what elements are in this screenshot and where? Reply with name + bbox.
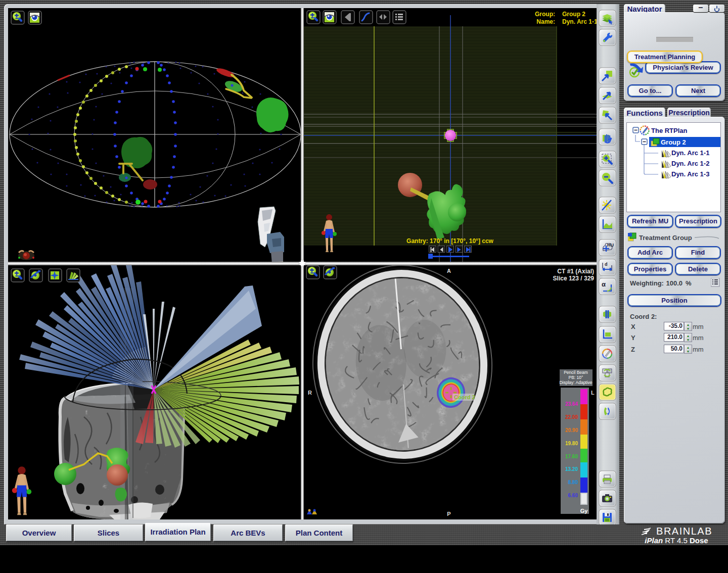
svg-text:17.60: 17.60 bbox=[565, 454, 578, 459]
svg-text:Coord 2: Coord 2 bbox=[454, 394, 475, 400]
svg-text:Group 2: Group 2 bbox=[562, 11, 585, 18]
svg-text:The RTPlan: The RTPlan bbox=[651, 127, 688, 134]
svg-text:PB: 10°: PB: 10° bbox=[569, 375, 583, 380]
svg-text:Treatment Group: Treatment Group bbox=[639, 234, 692, 242]
svg-text:6.60: 6.60 bbox=[568, 493, 578, 498]
svg-text:Gy: Gy bbox=[580, 508, 588, 514]
svg-text:Dyn. Arc 1-2: Dyn. Arc 1-2 bbox=[671, 160, 709, 167]
svg-text:Dyn. Arc 1-1: Dyn. Arc 1-1 bbox=[671, 149, 709, 157]
svg-text:Group 2: Group 2 bbox=[661, 138, 686, 146]
svg-text:R: R bbox=[308, 390, 312, 396]
svg-text:P: P bbox=[447, 511, 450, 517]
svg-text:d: d bbox=[605, 262, 608, 267]
svg-text:Pencil Beam: Pencil Beam bbox=[564, 370, 588, 375]
svg-text:HU: HU bbox=[607, 243, 614, 248]
svg-text:α: α bbox=[602, 280, 606, 288]
svg-text:Gantry: 170° in [170°, 10°] cc: Gantry: 170° in [170°, 10°] ccw bbox=[406, 237, 493, 245]
svg-text:Slice 123 / 329: Slice 123 / 329 bbox=[553, 275, 595, 282]
svg-text:Dyn. Arc 1-1: Dyn. Arc 1-1 bbox=[562, 18, 597, 25]
svg-text:Group:: Group: bbox=[535, 11, 555, 18]
svg-text:A: A bbox=[447, 268, 451, 274]
svg-text:8.80: 8.80 bbox=[568, 480, 578, 485]
svg-text:22.00: 22.00 bbox=[565, 414, 578, 420]
svg-text:20.90: 20.90 bbox=[565, 427, 578, 433]
svg-text:L: L bbox=[591, 390, 595, 396]
svg-text:23.64: 23.64 bbox=[565, 401, 578, 407]
svg-text:CT #1 (Axial): CT #1 (Axial) bbox=[557, 268, 594, 275]
svg-text:19.80: 19.80 bbox=[565, 441, 578, 446]
svg-text:Dyn. Arc 1-3: Dyn. Arc 1-3 bbox=[671, 170, 709, 178]
svg-text:13.20: 13.20 bbox=[565, 466, 578, 472]
svg-text:Display: Adaptive: Display: Adaptive bbox=[559, 380, 592, 385]
svg-text:Name:: Name: bbox=[536, 18, 555, 25]
